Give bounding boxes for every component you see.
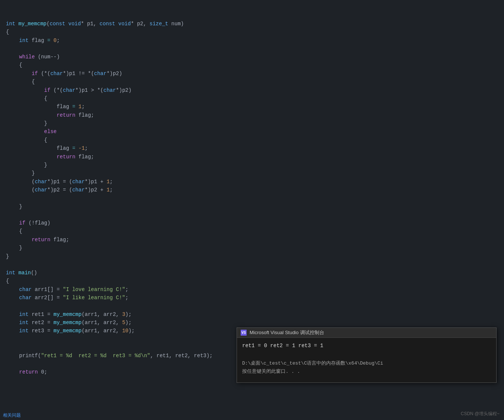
- code-line-content: int main(): [0, 269, 498, 277]
- code-line-content: int my_memcmp(const void* p1, const void…: [0, 20, 498, 28]
- code-line: }: [0, 169, 504, 177]
- code-content: int my_memcmp(const void* p1, const void…: [0, 0, 504, 379]
- code-line-content: if (*(char*)p1 > *(char*)p2): [1, 86, 498, 94]
- code-line: {: [0, 136, 504, 144]
- code-line: int ret2 = my_memcmp(arr1, arr2, 5);: [0, 319, 504, 327]
- code-line: }: [0, 161, 504, 169]
- code-line: {: [0, 94, 504, 103]
- code-line-content: {: [0, 28, 498, 36]
- code-line-content: if (*(char*)p1 != *(char*)p2): [1, 70, 498, 78]
- code-line: if (!flag): [0, 219, 504, 227]
- code-line-content: {: [1, 94, 498, 103]
- code-line: }: [0, 244, 504, 252]
- code-line-content: }: [0, 252, 498, 261]
- code-line-content: flag = 1;: [1, 103, 498, 111]
- code-line-content: }: [1, 119, 498, 127]
- console-output-line1: ret1 = 0 ret2 = 1 ret3 = 1: [242, 342, 491, 350]
- code-editor: int my_memcmp(const void* p1, const void…: [0, 0, 504, 420]
- code-line: return flag;: [0, 236, 504, 244]
- vs-icon: VS: [241, 330, 247, 336]
- code-line-content: }: [1, 244, 498, 252]
- code-line-content: int ret2 = my_memcmp(arr1, arr2, 5);: [1, 319, 498, 327]
- code-line-content: char arr2[] = "I like learning C!";: [1, 294, 498, 302]
- code-line: (char*)p1 = (char*)p1 + 1;: [0, 178, 504, 186]
- code-line: {: [0, 78, 504, 86]
- code-line-content: (char*)p1 = (char*)p1 + 1;: [1, 178, 498, 186]
- code-line: if (*(char*)p1 > *(char*)p2): [0, 86, 504, 94]
- code-line: int main(): [0, 269, 504, 277]
- code-line-content: int flag = 0;: [1, 36, 498, 45]
- code-line-content: }: [1, 169, 498, 177]
- code-line: }: [0, 203, 504, 211]
- code-line: int my_memcmp(const void* p1, const void…: [0, 20, 504, 28]
- code-line: }: [0, 119, 504, 127]
- code-line-content: {: [1, 61, 498, 69]
- code-line: [0, 45, 504, 53]
- code-line: if (*(char*)p1 != *(char*)p2): [0, 70, 504, 78]
- code-line: else: [0, 127, 504, 136]
- code-line: flag = -1;: [0, 144, 504, 152]
- code-line-content: {: [1, 78, 498, 86]
- code-line: char arr1[] = "I love learning C!";: [0, 285, 504, 294]
- console-body: ret1 = 0 ret2 = 1 ret3 = 1 D:\桌面\c_test\…: [237, 338, 496, 382]
- code-line: while (num--): [0, 53, 504, 61]
- csdn-watermark: CSDN @埋头编程~: [461, 411, 500, 417]
- code-line-content: else: [1, 127, 498, 136]
- code-line-content: flag = -1;: [1, 144, 498, 152]
- code-line-content: }: [1, 161, 498, 169]
- code-line: [0, 302, 504, 310]
- code-line-content: return flag;: [1, 153, 498, 161]
- code-line-content: {: [1, 227, 498, 235]
- code-line: int ret1 = my_memcmp(arr1, arr2, 3);: [0, 310, 504, 319]
- code-line-content: (char*)p2 = (char*)p2 + 1;: [1, 186, 498, 194]
- code-line: (char*)p2 = (char*)p2 + 1;: [0, 186, 504, 194]
- code-line: int flag = 0;: [0, 36, 504, 45]
- code-line: [0, 211, 504, 219]
- code-line: [0, 194, 504, 203]
- console-window: VS Microsoft Visual Studio 调试控制台 ret1 = …: [237, 327, 497, 383]
- code-line-content: int ret1 = my_memcmp(arr1, arr2, 3);: [1, 310, 498, 319]
- code-line: }: [0, 252, 504, 261]
- code-line: return flag;: [0, 153, 504, 161]
- code-line: return flag;: [0, 111, 504, 119]
- code-line-content: char arr1[] = "I love learning C!";: [1, 285, 498, 294]
- code-line: char arr2[] = "I like learning C!";: [0, 294, 504, 302]
- code-line: [0, 261, 504, 269]
- console-output-line3: 按任意键关闭此窗口. . .: [242, 368, 491, 376]
- console-title: Microsoft Visual Studio 调试控制台: [250, 329, 324, 336]
- code-line: {: [0, 61, 504, 69]
- code-line-content: {: [0, 277, 498, 285]
- code-line: {: [0, 227, 504, 235]
- related-questions-link[interactable]: 相关问题: [3, 412, 21, 419]
- code-line-content: }: [1, 203, 498, 211]
- code-line-content: return flag;: [1, 236, 498, 244]
- console-titlebar: VS Microsoft Visual Studio 调试控制台: [237, 328, 496, 338]
- code-line: flag = 1;: [0, 103, 504, 111]
- code-line: {: [0, 277, 504, 285]
- code-line-content: while (num--): [1, 53, 498, 61]
- console-output-line2: D:\桌面\c_test\c_test\C语言中的内存函数\x64\Debug\…: [242, 359, 491, 368]
- code-line-content: if (!flag): [1, 219, 498, 227]
- code-line: {: [0, 28, 504, 36]
- code-line-content: return flag;: [1, 111, 498, 119]
- code-line-content: {: [1, 136, 498, 144]
